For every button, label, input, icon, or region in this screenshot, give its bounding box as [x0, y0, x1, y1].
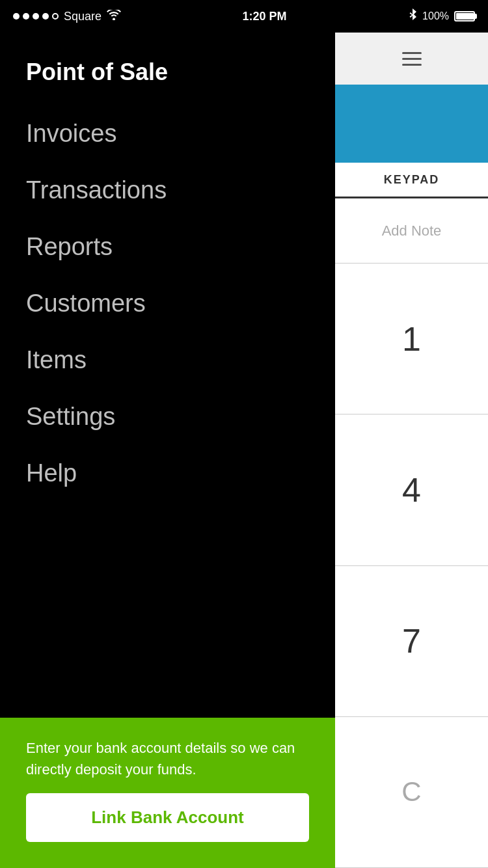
keypad-key-4[interactable]: 4	[335, 414, 488, 565]
hamburger-area[interactable]	[335, 33, 488, 85]
keypad-tab[interactable]: KEYPAD	[335, 163, 488, 198]
hamburger-icon	[402, 52, 422, 66]
status-left: Square	[13, 10, 121, 23]
status-time: 1:20 PM	[243, 10, 287, 23]
hamburger-line-2	[402, 58, 422, 60]
signal-icon	[13, 13, 59, 20]
link-bank-account-button[interactable]: Link Bank Account	[26, 793, 309, 842]
battery-icon	[454, 11, 475, 21]
sidebar-item-help[interactable]: Help	[0, 445, 335, 502]
menu-items: Invoices Transactions Reports Customers …	[0, 105, 335, 718]
keypad-panel: KEYPAD Add Note 1 4 7 C	[335, 33, 488, 868]
keypad-tab-label: KEYPAD	[384, 173, 440, 187]
sidebar-item-settings[interactable]: Settings	[0, 388, 335, 445]
hamburger-line-3	[402, 64, 422, 66]
sidebar-item-items[interactable]: Items	[0, 332, 335, 388]
keypad-key-1[interactable]: 1	[335, 264, 488, 414]
wifi-icon	[107, 10, 121, 23]
add-note-text: Add Note	[382, 223, 442, 239]
bank-prompt-text: Enter your bank account details so we ca…	[26, 737, 309, 780]
status-right: 100%	[408, 8, 475, 24]
sidebar-item-reports[interactable]: Reports	[0, 219, 335, 275]
sidebar-item-transactions[interactable]: Transactions	[0, 162, 335, 219]
add-note-row[interactable]: Add Note	[335, 198, 488, 264]
bluetooth-icon	[408, 8, 417, 24]
sidebar-item-customers[interactable]: Customers	[0, 275, 335, 332]
menu-footer: Enter your bank account details so we ca…	[0, 718, 335, 868]
app-title: Point of Sale	[0, 33, 335, 105]
battery-percent: 100%	[422, 10, 449, 22]
keypad-key-7[interactable]: 7	[335, 566, 488, 717]
keypad-key-clear[interactable]: C	[335, 717, 488, 868]
hamburger-line-1	[402, 52, 422, 54]
amount-display	[335, 85, 488, 163]
carrier-name: Square	[64, 10, 102, 23]
sidebar-item-invoices[interactable]: Invoices	[0, 105, 335, 162]
menu-panel: Point of Sale Invoices Transactions Repo…	[0, 33, 335, 868]
status-bar: Square 1:20 PM 100%	[0, 0, 488, 33]
